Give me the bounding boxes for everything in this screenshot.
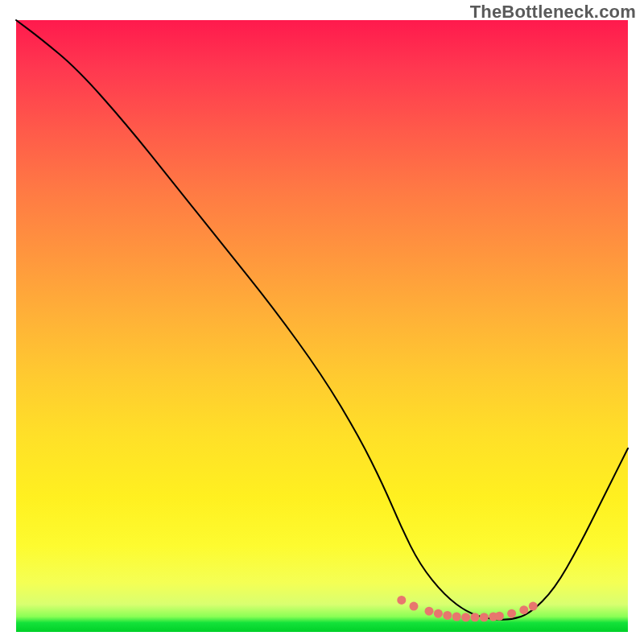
marker-dot — [443, 611, 452, 620]
watermark-label: TheBottleneck.com — [470, 2, 636, 23]
marker-dot — [529, 602, 538, 611]
marker-dot — [480, 613, 489, 621]
marker-dot — [495, 612, 504, 621]
marker-dot — [452, 613, 461, 621]
marker-dot — [461, 613, 470, 621]
chart-svg — [16, 20, 628, 632]
marker-dot — [410, 602, 419, 611]
chart-container: TheBottleneck.com — [0, 0, 644, 644]
marker-dot — [507, 609, 516, 618]
marker-dot — [425, 607, 434, 616]
marker-dot — [519, 605, 528, 614]
marker-dot — [471, 613, 480, 621]
curve-line — [16, 20, 628, 620]
marker-dot — [397, 596, 406, 605]
marker-dot — [434, 609, 443, 618]
chart-plot-area — [16, 20, 628, 632]
